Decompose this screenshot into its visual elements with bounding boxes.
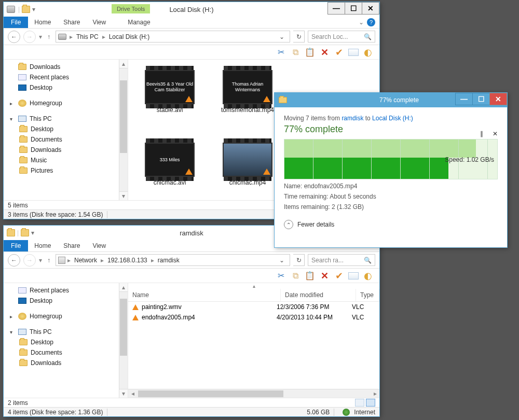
minimize-button[interactable]: —: [327, 2, 345, 15]
cut-icon[interactable]: ✂: [276, 47, 286, 58]
nav-homegroup[interactable]: ▸Homegroup: [10, 98, 128, 108]
breadcrumb-box[interactable]: ▸ Network ▸ 192.168.0.133 ▸ ramdisk ⌄: [56, 254, 290, 266]
nav-pc-pictures[interactable]: Pictures: [10, 165, 128, 176]
column-resize-icon[interactable]: ▴: [128, 283, 379, 289]
back-button[interactable]: ←: [8, 31, 20, 43]
address-dropdown-icon[interactable]: ⌄: [276, 257, 288, 264]
paste-icon[interactable]: 📋: [305, 47, 315, 58]
scroll-up-icon[interactable]: ▴: [119, 283, 128, 292]
file-item[interactable]: 333 Miles chicmac.avi: [139, 143, 201, 186]
destination-link[interactable]: Local Disk (H:): [372, 115, 413, 122]
scroll-thumb[interactable]: [120, 299, 127, 356]
refresh-button[interactable]: ↻: [293, 254, 305, 266]
nav-pc-music[interactable]: Music: [10, 155, 128, 165]
close-button[interactable]: ✕: [489, 93, 507, 105]
crumb-sep-icon[interactable]: ▸: [66, 257, 72, 264]
back-button[interactable]: ←: [8, 254, 20, 267]
breadcrumb[interactable]: This PC: [75, 33, 100, 40]
tab-home[interactable]: Home: [28, 240, 57, 251]
ribbon-collapse-icon[interactable]: ⌄: [359, 19, 364, 26]
tab-view[interactable]: View: [86, 17, 112, 28]
source-link[interactable]: ramdisk: [342, 115, 363, 122]
column-name[interactable]: Name: [128, 289, 281, 301]
nav-desktop[interactable]: Desktop: [10, 82, 128, 93]
refresh-button[interactable]: ↻: [293, 31, 305, 43]
cut-icon[interactable]: ✂: [276, 271, 286, 281]
context-tab-drive-tools[interactable]: Drive Tools: [112, 4, 150, 13]
breadcrumb-box[interactable]: ▸ This PC ▸ Local Disk (H:) ⌄: [56, 31, 290, 43]
scroll-down-icon[interactable]: ▾: [119, 389, 128, 398]
nav-downloads[interactable]: Downloads: [10, 62, 128, 72]
nav-desktop[interactable]: Desktop: [10, 296, 128, 306]
mail-icon[interactable]: [348, 49, 359, 56]
breadcrumb[interactable]: Local Disk (H:): [107, 33, 152, 40]
nav-pc-documents[interactable]: Documents: [10, 134, 128, 145]
tab-manage[interactable]: Manage: [121, 17, 156, 28]
file-item[interactable]: chicmac.mp4: [216, 143, 279, 186]
cancel-button[interactable]: ✕: [493, 130, 498, 137]
scroll-right-icon[interactable]: ▸: [371, 389, 379, 398]
scroll-thumb[interactable]: [138, 390, 283, 397]
nav-this-pc[interactable]: ▾This PC: [10, 114, 128, 124]
crumb-sep-icon[interactable]: ▸: [101, 33, 106, 40]
copy-icon[interactable]: ⧉: [290, 271, 301, 281]
minimize-button[interactable]: —: [455, 93, 473, 105]
crumb-sep-icon[interactable]: ▸: [100, 257, 105, 264]
breadcrumb[interactable]: Network: [73, 257, 99, 264]
nav-scrollbar[interactable]: ▴ ▾: [119, 283, 128, 398]
tab-file[interactable]: File: [4, 240, 28, 251]
scroll-thumb[interactable]: [120, 80, 127, 153]
tab-file[interactable]: File: [4, 17, 28, 28]
up-button[interactable]: ↑: [45, 257, 52, 264]
qat-chevron-icon[interactable]: ▾: [32, 6, 35, 13]
up-button[interactable]: ↑: [45, 33, 52, 40]
view-icons-button[interactable]: [366, 399, 375, 407]
qat-chevron-icon[interactable]: ▾: [31, 229, 34, 236]
nav-recent-places[interactable]: Recent places: [10, 285, 128, 296]
scroll-left-icon[interactable]: ◂: [128, 389, 137, 398]
nav-pc-desktop[interactable]: Desktop: [10, 337, 128, 347]
paste-icon[interactable]: 📋: [305, 271, 315, 281]
delete-icon[interactable]: ✕: [319, 271, 330, 281]
fewer-details-toggle[interactable]: ⌃ Fewer details: [284, 220, 498, 229]
crumb-sep-icon[interactable]: ▸: [69, 33, 74, 40]
list-item[interactable]: painting2.wmv 12/3/2006 7:36 PM VLC: [128, 302, 379, 312]
search-input[interactable]: Search Loc... 🔍: [308, 31, 375, 43]
tab-share[interactable]: Share: [57, 240, 86, 251]
breadcrumb[interactable]: ramdisk: [156, 257, 181, 264]
shell-icon[interactable]: ◐: [363, 47, 373, 58]
help-icon[interactable]: ?: [367, 18, 375, 26]
nav-recent-places[interactable]: Recent places: [10, 72, 128, 82]
view-details-button[interactable]: [355, 399, 364, 407]
pause-button[interactable]: ∥: [480, 130, 483, 137]
crumb-sep-icon[interactable]: ▸: [150, 257, 155, 264]
history-chevron-icon[interactable]: ▾: [39, 257, 42, 264]
nav-pc-downloads[interactable]: Downloads: [10, 145, 128, 155]
column-type[interactable]: Type: [356, 289, 379, 301]
nav-pc-downloads[interactable]: Downloads: [10, 358, 128, 368]
nav-this-pc[interactable]: ▾This PC: [10, 327, 128, 337]
file-item[interactable]: Thomas Adrian Wintermans tomsmemorial.mp…: [216, 70, 279, 114]
nav-pc-documents[interactable]: Documents: [10, 347, 128, 358]
close-button[interactable]: ✕: [362, 2, 379, 15]
tab-view[interactable]: View: [86, 240, 112, 251]
maximize-button[interactable]: ☐: [345, 2, 362, 15]
nav-scrollbar[interactable]: ▴ ▾: [119, 60, 128, 200]
column-date[interactable]: Date modified: [281, 289, 356, 301]
history-chevron-icon[interactable]: ▾: [39, 33, 42, 40]
shell-icon[interactable]: ◐: [363, 271, 373, 281]
breadcrumb[interactable]: 192.168.0.133: [106, 257, 149, 264]
horizontal-scrollbar[interactable]: ◂ ▸: [128, 389, 379, 398]
tab-share[interactable]: Share: [57, 17, 86, 28]
maximize-button[interactable]: ☐: [472, 93, 490, 105]
check-icon[interactable]: ✔: [334, 47, 344, 58]
check-icon[interactable]: ✔: [334, 271, 344, 281]
list-item[interactable]: endofnav2005.mp4 4/20/2013 10:44 PM VLC: [128, 312, 379, 323]
nav-homegroup[interactable]: ▸Homegroup: [10, 311, 128, 321]
address-dropdown-icon[interactable]: ⌄: [276, 33, 288, 40]
nav-pc-desktop[interactable]: Desktop: [10, 124, 128, 134]
scroll-up-icon[interactable]: ▴: [119, 60, 128, 68]
mail-icon[interactable]: [348, 272, 359, 279]
new-folder-icon[interactable]: [22, 6, 30, 13]
tab-home[interactable]: Home: [28, 17, 57, 28]
